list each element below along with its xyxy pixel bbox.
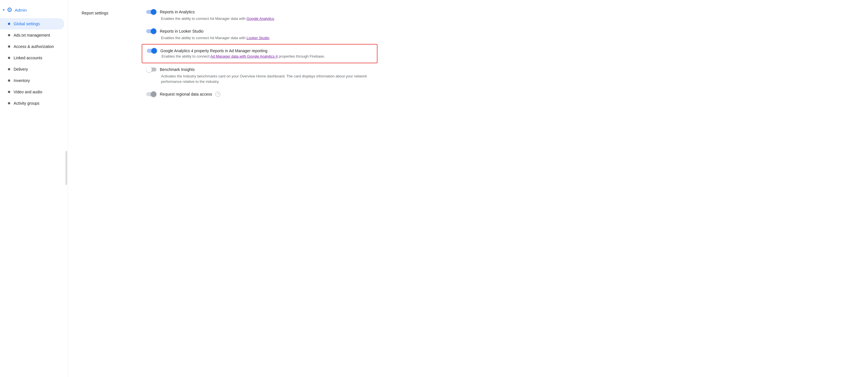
- sidebar-item-label: Inventory: [13, 78, 30, 83]
- highlight-box-reports-ga4: Google Analytics 4 property Reports in A…: [142, 44, 377, 63]
- sidebar-dot-icon: [8, 46, 10, 48]
- toggle-thumb: [146, 67, 152, 72]
- sidebar-item-video-audio[interactable]: Video and audio: [0, 86, 64, 97]
- sidebar-dot-icon: [8, 80, 10, 82]
- setting-reports-analytics: Reports in AnalyticsEnables the ability …: [146, 9, 373, 22]
- sidebar-item-label: Ads.txt management: [13, 33, 50, 37]
- setting-row-benchmark-insights: Benchmark Insights: [146, 67, 373, 72]
- sidebar-item-label: Global settings: [13, 22, 40, 26]
- setting-row-reports-analytics: Reports in Analytics: [146, 9, 373, 15]
- section-title: Report settings: [82, 9, 133, 97]
- setting-link-reports-analytics[interactable]: Google Analytics: [247, 17, 274, 21]
- setting-link-reports-looker[interactable]: Looker Studio: [247, 36, 269, 40]
- toggle-regional-data[interactable]: [146, 91, 156, 97]
- sidebar-dot-icon: [8, 91, 10, 93]
- sidebar-item-label: Linked accounts: [13, 56, 42, 60]
- toggle-reports-looker[interactable]: [146, 28, 156, 34]
- sidebar-item-activity-groups[interactable]: Activity groups: [0, 97, 64, 109]
- toggle-reports-analytics[interactable]: [146, 9, 156, 15]
- toggle-thumb: [151, 28, 156, 34]
- sidebar-item-global-settings[interactable]: Global settings: [0, 18, 64, 29]
- setting-desc-reports-analytics: Enables the ability to connect Ad Manage…: [146, 16, 373, 22]
- toggle-benchmark-insights[interactable]: [146, 67, 156, 72]
- setting-reports-looker: Reports in Looker StudioEnables the abil…: [146, 28, 373, 41]
- toggle-reports-ga4[interactable]: [147, 48, 157, 54]
- setting-row-reports-ga4: Google Analytics 4 property Reports in A…: [147, 48, 372, 54]
- sidebar-dot-icon: [8, 68, 10, 70]
- sidebar-scrollbar-thumb: [65, 151, 67, 185]
- setting-row-regional-data: Request regional data access?: [146, 91, 373, 97]
- setting-label-regional-data: Request regional data access: [160, 92, 212, 96]
- sidebar-item-access-authorization[interactable]: Access & authorization: [0, 41, 64, 52]
- toggle-thumb: [151, 91, 156, 97]
- sidebar-title: Admin: [15, 8, 27, 12]
- setting-desc-reports-ga4: Enables the ability to connect Ad Manage…: [147, 54, 372, 59]
- setting-label-reports-ga4: Google Analytics 4 property Reports in A…: [160, 49, 267, 53]
- info-icon-regional-data[interactable]: ?: [215, 92, 220, 97]
- sidebar-dot-icon: [8, 34, 10, 36]
- setting-label-reports-analytics: Reports in Analytics: [160, 10, 195, 14]
- sidebar-item-label: Video and audio: [13, 90, 42, 94]
- sidebar-item-linked-accounts[interactable]: Linked accounts: [0, 52, 64, 63]
- setting-row-reports-looker: Reports in Looker Studio: [146, 28, 373, 34]
- sidebar-header[interactable]: ▾ ⚙ Admin: [0, 3, 68, 18]
- setting-reports-ga4: Google Analytics 4 property Reports in A…: [146, 47, 373, 60]
- sidebar-dot-icon: [8, 57, 10, 59]
- sidebar-item-label: Delivery: [13, 67, 28, 71]
- sidebar: ▾ ⚙ Admin Global settingsAds.txt managem…: [0, 0, 68, 377]
- settings-list: Reports in AnalyticsEnables the ability …: [146, 9, 373, 97]
- report-settings-section: Report settings Reports in AnalyticsEnab…: [82, 9, 855, 97]
- setting-label-benchmark-insights: Benchmark Insights: [160, 67, 195, 72]
- setting-desc-benchmark-insights: Activates the Industry benchmarks card o…: [146, 74, 373, 85]
- sidebar-item-label: Access & authorization: [13, 44, 54, 49]
- sidebar-item-delivery[interactable]: Delivery: [0, 63, 64, 75]
- setting-link-reports-ga4[interactable]: Ad Manager data with Google Analytics 4: [210, 54, 278, 58]
- setting-label-reports-looker: Reports in Looker Studio: [160, 29, 204, 33]
- setting-desc-reports-looker: Enables the ability to connect Ad Manage…: [146, 35, 373, 41]
- sidebar-item-inventory[interactable]: Inventory: [0, 75, 64, 86]
- admin-icon: ⚙: [7, 6, 12, 13]
- main-content: Report settings Reports in AnalyticsEnab…: [68, 0, 868, 377]
- sidebar-item-ads-txt[interactable]: Ads.txt management: [0, 29, 64, 41]
- sidebar-collapse-arrow[interactable]: ▾: [3, 8, 4, 12]
- toggle-thumb: [151, 48, 157, 54]
- sidebar-dot-icon: [8, 102, 10, 105]
- setting-benchmark-insights: Benchmark InsightsActivates the Industry…: [146, 67, 373, 85]
- sidebar-item-label: Activity groups: [13, 101, 39, 106]
- setting-regional-data: Request regional data access?: [146, 91, 373, 97]
- sidebar-dot-icon: [8, 23, 10, 25]
- toggle-thumb: [151, 9, 156, 15]
